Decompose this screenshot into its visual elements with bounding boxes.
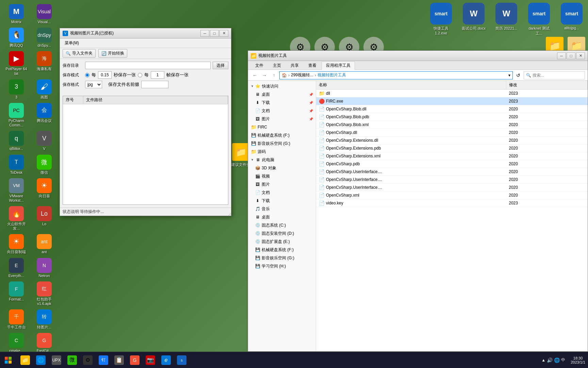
tab-apptools[interactable]: 应用程序工具	[322, 61, 355, 70]
desktop-icon-netron[interactable]: N Netron	[31, 257, 58, 279]
sidebar-3dobjects[interactable]: 📦 3D 对象	[248, 164, 316, 172]
taskbar-dingding[interactable]: 钉	[96, 353, 111, 368]
desktop-icon-sunflower[interactable]: ☀ 向日葵	[31, 177, 58, 204]
app-word2[interactable]: W 简历 20221...	[493, 3, 520, 31]
sidebar-music[interactable]: 🎵 音乐	[248, 205, 316, 213]
desktop-icon-vmware[interactable]: VM VMware Workst...	[3, 177, 30, 204]
desktop-icon-sunflower2[interactable]: ☀ 向日葵制端	[3, 233, 30, 256]
sidebar-f-drive2[interactable]: 💾 机械硬盘系统 (F:)	[248, 246, 316, 254]
desktop-icon-motrix[interactable]: M Motrix	[3, 3, 30, 26]
app-alltojpg[interactable]: smart alltojpg...	[558, 3, 585, 30]
desktop-icon-cmake[interactable]: C cmake...	[3, 332, 30, 354]
explorer-main[interactable]: 名称 修改 📁 dll2023🔴 FIRC.exe2023📄 OpenCvSha…	[316, 81, 588, 351]
radio2[interactable]	[138, 73, 142, 77]
radio1[interactable]	[85, 73, 89, 77]
tray-network[interactable]: 🌐	[554, 357, 560, 363]
table-row[interactable]: 📄 OpenCvSharp.UserInterface....2020	[316, 168, 588, 176]
table-row[interactable]: 📄 OpenCvSharp.pdb2020	[316, 160, 588, 168]
sidebar-videos[interactable]: 🎬 视频	[248, 172, 316, 180]
desktop-icon-huoshan[interactable]: 🔥 火山软件开发...	[3, 205, 30, 232]
taskbar-git[interactable]: G	[127, 353, 142, 368]
sidebar-desktop[interactable]: 🖥 桌面 📌	[248, 90, 316, 98]
table-row[interactable]: 📄 OpenCvSharp.dll2020	[316, 129, 588, 137]
sidebar-g-drive[interactable]: 💾 影音娱乐空间 (G:)	[248, 139, 316, 148]
browse-btn[interactable]: 选择	[213, 62, 228, 69]
sidebar-d-drive[interactable]: 💿 固态安装空间 (D:)	[248, 229, 316, 237]
start-button[interactable]	[0, 352, 16, 368]
tray-expand[interactable]: ▲	[541, 358, 545, 363]
addr-part2[interactable]: 视频转图片工具	[317, 72, 346, 78]
file-list-body[interactable]	[63, 104, 228, 204]
tab-share[interactable]: 共享	[286, 61, 303, 70]
desktop-icon-qbittorrent[interactable]: q qBittor...	[3, 129, 30, 152]
table-row[interactable]: 📄 OpenCvSharp.UserInterface....2020	[316, 184, 588, 191]
sidebar-c-drive[interactable]: 💿 固态系统 (C:)	[248, 221, 316, 229]
table-row[interactable]: 📄 OpenCvSharp.Blob.dll2020	[316, 105, 588, 113]
frames-input[interactable]	[151, 71, 164, 79]
taskbar-edge[interactable]: e	[159, 353, 174, 368]
desktop-icon-zhuanpic[interactable]: 转 转图片...	[31, 308, 58, 331]
explorer-close-btn[interactable]: ✕	[576, 52, 585, 59]
desktop-icon-360[interactable]: 3 3	[3, 78, 30, 101]
tab-file[interactable]: 文件	[251, 61, 268, 70]
tray-speaker[interactable]: 🔊	[547, 357, 553, 363]
app-darknet[interactable]: smart darknet 测试工...	[525, 3, 553, 36]
sidebar-documents[interactable]: 📄 文档	[248, 188, 316, 197]
tray-ime[interactable]: 中	[561, 357, 565, 363]
explorer-maximize-btn[interactable]: □	[567, 52, 575, 59]
app-kuaijie[interactable]: smart 快捷工具1.2.exe	[427, 3, 455, 35]
sidebar-h-drive[interactable]: 💾 学习空间 (H:)	[248, 262, 316, 270]
taskbar-wechat[interactable]: 微	[65, 353, 80, 368]
taskbar-time[interactable]: 18:30 2023/1/1	[568, 356, 588, 364]
desktop-icon-v2[interactable]: V V	[31, 129, 58, 152]
taskbar-smart[interactable]: s	[174, 353, 189, 368]
sidebar-images[interactable]: 🖼 图片	[248, 180, 316, 188]
save-format-select[interactable]: jpg png bmp	[85, 81, 102, 88]
desktop-icon-qianniu[interactable]: 千 千牛工作台	[3, 308, 30, 331]
up-btn[interactable]: ↑	[270, 71, 278, 79]
desktop-folder-quick[interactable]: 📁 建议文件夹	[231, 143, 250, 167]
table-row[interactable]: 📄 OpenCvSharp.xml2020	[316, 191, 588, 199]
sidebar-e-drive[interactable]: 💿 固态扩展盘 (E:)	[248, 237, 316, 246]
sidebar-g-drive2[interactable]: 💾 影音娱乐空间 (G:)	[248, 254, 316, 262]
desktop-icon-paint[interactable]: 🖌 画图	[31, 78, 58, 101]
desktop-icon-haikan[interactable]: 海 海康私有	[31, 50, 58, 77]
desktop-icon-visual[interactable]: Visual Visual...	[31, 3, 58, 26]
sidebar-f-drive[interactable]: 💾 机械硬盘系统 (F:)	[248, 131, 316, 139]
back-btn[interactable]: ←	[251, 71, 259, 79]
sidebar-thispc[interactable]: ▼ 🖥 此电脑	[248, 156, 316, 164]
search-input[interactable]	[533, 73, 584, 78]
app-word1[interactable]: W 面试公司.docx	[460, 3, 487, 31]
desktop-icon-weixin[interactable]: 微 微信	[31, 153, 58, 176]
taskbar-upx[interactable]: UPX	[49, 353, 64, 368]
forward-btn[interactable]: →	[260, 71, 268, 79]
taskbar-app1[interactable]: ⚙	[80, 353, 95, 368]
table-row[interactable]: 📄 OpenCvSharp.UserInterface....2020	[316, 176, 588, 184]
desktop-icon-pycharm[interactable]: PC PyCharm Comm...	[3, 102, 30, 129]
sidebar-source[interactable]: 📁 源码	[248, 148, 316, 156]
desktop-icon-hongbao[interactable]: 红 红包助手 v1.6.apk	[31, 280, 58, 307]
start-convert-btn[interactable]: 🔄 开始转换	[98, 49, 127, 58]
desktop-icon-todesk[interactable]: T ToDesk	[3, 153, 30, 176]
sidebar-pictures[interactable]: 🖼 图片 📌	[248, 115, 316, 123]
sidebar-quickaccess[interactable]: ▼ ⭐ 快速访问	[248, 82, 316, 90]
table-row[interactable]: 📄 OpenCvSharp.Extensions.pdb2020	[316, 144, 588, 152]
sidebar-download[interactable]: ⬇ 下载 📌	[248, 98, 316, 107]
sidebar-firc[interactable]: 📁 FIRC	[248, 123, 316, 131]
desktop-icon-everything[interactable]: E Everyth...	[3, 257, 30, 279]
taskbar-app2[interactable]: 📋	[112, 353, 127, 368]
desktop-icon-format[interactable]: F Format...	[3, 280, 30, 307]
sidebar-downloads[interactable]: ⬇ 下载	[248, 197, 316, 205]
explorer-minimize-btn[interactable]: ─	[557, 52, 566, 59]
desktop-icon-fastgit[interactable]: G FastGit...	[31, 332, 58, 354]
col-date-header[interactable]: 修改	[506, 81, 587, 90]
table-row[interactable]: 📄 OpenCvSharp.Blob.pdb2020	[316, 113, 588, 121]
seconds-input[interactable]	[98, 71, 112, 79]
desktop-icon-dnspy[interactable]: dnSpy dnSpy...	[31, 26, 58, 49]
desktop-icon-potplayer[interactable]: ▶ PotPlayer 64 bit	[3, 50, 30, 77]
table-row[interactable]: 📄 OpenCvSharp.Extensions.dll2020	[316, 137, 588, 144]
video-tool-minimize-btn[interactable]: ─	[200, 30, 209, 37]
addr-dropdown[interactable]: ▾	[508, 73, 510, 78]
search-bar[interactable]: 🔍	[524, 71, 585, 79]
resize-handle[interactable]	[227, 212, 231, 216]
